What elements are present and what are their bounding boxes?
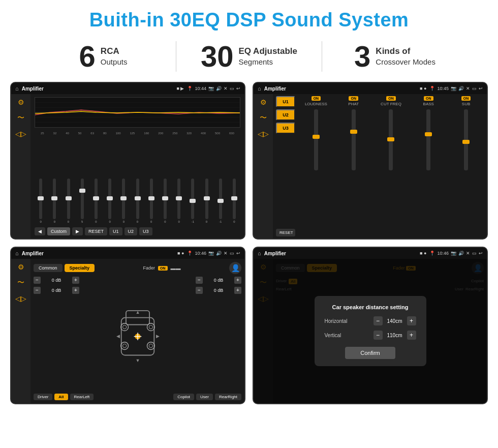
speaker-icon-1[interactable]: ◁▷ <box>15 130 26 138</box>
home-icon-3[interactable]: ⌂ <box>15 250 19 256</box>
amp-reset-btn[interactable]: RESET <box>276 229 295 236</box>
slider-track-2[interactable] <box>53 178 56 219</box>
ch-bass: ON BASS <box>411 96 446 236</box>
volume-icon-3: 🔊 <box>216 251 222 256</box>
slider-track-9[interactable] <box>150 178 153 219</box>
rearleft-btn[interactable]: RearLeft <box>70 394 94 400</box>
ch-track-sub[interactable] <box>464 109 468 170</box>
eq-icon-3[interactable]: ⚙ <box>18 263 24 271</box>
close-icon-2: ✕ <box>466 86 470 91</box>
eq-icon-1[interactable]: ⚙ <box>18 98 24 106</box>
slider-track-6[interactable] <box>108 178 111 219</box>
bal-db-row-2: − 0 dB + <box>34 287 79 294</box>
slider-track-7[interactable] <box>122 178 125 219</box>
volume-icon-4: 🔊 <box>458 251 464 256</box>
slider-track-11[interactable] <box>177 178 180 219</box>
fader-label: Fader <box>143 265 155 271</box>
wave-icon-1[interactable]: 〜 <box>17 113 24 123</box>
db-plus-4[interactable]: + <box>234 287 241 294</box>
custom-btn[interactable]: Custom <box>47 227 70 235</box>
ch-track-cutfreq[interactable] <box>389 109 393 170</box>
home-icon-4[interactable]: ⌂ <box>258 250 261 256</box>
prev-btn[interactable]: ◀ <box>35 227 45 235</box>
back-icon-3: ↩ <box>236 251 240 256</box>
slider-track-5[interactable] <box>95 178 98 219</box>
all-btn[interactable]: All <box>54 394 68 400</box>
close-icon-3: ✕ <box>224 251 228 256</box>
confirm-button[interactable]: Confirm <box>345 347 395 359</box>
specialty-tab[interactable]: Specialty <box>65 264 95 272</box>
dialog-horizontal-row: Horizontal − 140cm + <box>325 316 416 325</box>
volume-icon-1: 🔊 <box>216 86 222 91</box>
eq-main: 253240506380100125160200250320400500630 … <box>30 94 244 238</box>
svg-point-8 <box>120 323 128 331</box>
status-icons-3: 📍 10:46 📷 🔊 ✕ ▭ ↩ <box>187 251 240 256</box>
ch-track-bass[interactable] <box>426 109 430 170</box>
svg-point-9 <box>122 325 126 328</box>
eq-graph <box>35 97 240 128</box>
wave-icon-2[interactable]: 〜 <box>260 113 267 123</box>
slider-track-3[interactable] <box>67 178 70 219</box>
db-minus-2[interactable]: − <box>34 287 41 294</box>
ch-track-phat[interactable] <box>352 109 356 170</box>
eq-icon-2[interactable]: ⚙ <box>260 98 267 106</box>
slider-5: 0 <box>90 178 102 223</box>
rearright-btn[interactable]: RearRight <box>215 394 241 400</box>
ch-on-loudness: ON <box>312 96 321 101</box>
db-plus-3[interactable]: + <box>234 277 241 284</box>
speaker-icon-2[interactable]: ◁▷ <box>258 130 269 138</box>
music-icon-4: ■ ● <box>420 251 426 256</box>
svg-text:◀: ◀ <box>116 334 119 339</box>
u1-btn[interactable]: U1 <box>109 227 122 235</box>
slider-track-14[interactable] <box>219 178 222 219</box>
u2-btn[interactable]: U2 <box>124 227 138 235</box>
screen-amp: ⌂ Amplifier ■ ● 📍 10:45 📷 🔊 ✕ ▭ ↩ ⚙ 〜 ◁▷ <box>253 82 488 240</box>
db-minus-1[interactable]: − <box>34 277 41 284</box>
horizontal-minus-btn[interactable]: − <box>374 316 383 325</box>
common-tab[interactable]: Common <box>34 264 63 272</box>
screen2-title: Amplifier <box>264 86 286 92</box>
horizontal-plus-btn[interactable]: + <box>407 316 416 325</box>
camera-icon-3: 📷 <box>208 251 214 256</box>
stat-rca-label: RCA Outputs <box>101 46 128 67</box>
svg-text:▲: ▲ <box>135 310 140 315</box>
slider-track-13[interactable] <box>205 178 208 219</box>
home-icon-2[interactable]: ⌂ <box>258 85 261 92</box>
ch-track-loudness[interactable] <box>314 109 318 170</box>
copilot-btn[interactable]: Copilot <box>173 394 194 400</box>
svg-text:▼: ▼ <box>135 358 140 363</box>
slider-1: 0 <box>35 178 47 223</box>
play-btn[interactable]: ▶ <box>72 227 83 235</box>
db-minus-4[interactable]: − <box>196 287 203 294</box>
slider-track-15[interactable] <box>233 178 236 219</box>
slider-track-10[interactable] <box>164 178 167 219</box>
db-plus-2[interactable]: + <box>72 287 79 294</box>
slider-track-1[interactable] <box>39 178 42 219</box>
preset-u1[interactable]: U1 <box>276 96 295 107</box>
ch-sub: ON SUB <box>448 96 484 236</box>
user-btn[interactable]: User <box>196 394 213 400</box>
home-icon-1[interactable]: ⌂ <box>15 85 19 92</box>
preset-u3[interactable]: U3 <box>276 123 295 134</box>
vertical-plus-btn[interactable]: + <box>407 331 416 340</box>
svg-text:▶: ▶ <box>156 334 160 339</box>
sidebar-1: ⚙ 〜 ◁▷ <box>11 94 30 238</box>
slider-track-8[interactable] <box>136 178 139 219</box>
slider-track-12[interactable] <box>191 178 194 219</box>
back-icon-1: ↩ <box>236 86 240 91</box>
slider-track-4[interactable] <box>81 178 84 219</box>
bal-db-row-1: − 0 dB + <box>34 277 79 284</box>
reset-btn[interactable]: RESET <box>85 227 107 235</box>
preset-u2[interactable]: U2 <box>276 109 295 121</box>
u3-btn[interactable]: U3 <box>139 227 152 235</box>
driver-btn[interactable]: Driver <box>34 394 52 400</box>
screen1-content: ⚙ 〜 ◁▷ <box>11 94 244 238</box>
speaker-icon-3[interactable]: ◁▷ <box>15 294 26 303</box>
db-plus-1[interactable]: + <box>72 277 79 284</box>
wave-icon-3[interactable]: 〜 <box>17 278 24 287</box>
db-minus-3[interactable]: − <box>196 277 203 284</box>
vertical-minus-btn[interactable]: − <box>374 331 383 340</box>
bal-main: Common Specialty Fader ON ▬▬ 👤 − 0 dB <box>30 259 244 403</box>
bal-db-row-4: − 0 dB + <box>196 287 241 294</box>
screens-grid: ⌂ Amplifier ■ ▶ 📍 10:44 📷 🔊 ✕ ▭ ↩ ⚙ 〜 ◁▷ <box>0 79 498 409</box>
